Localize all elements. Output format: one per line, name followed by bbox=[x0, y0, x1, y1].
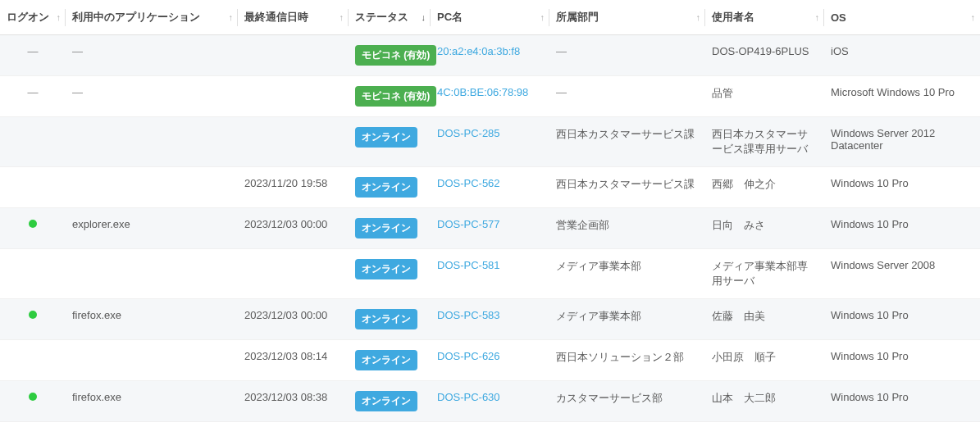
col-label: 利用中のアプリケーション bbox=[72, 11, 200, 23]
cell-app: firefox.exe bbox=[66, 381, 238, 422]
col-label: 所属部門 bbox=[556, 11, 599, 23]
pc-name-link[interactable]: DOS-PC-581 bbox=[437, 259, 500, 271]
pc-name-link[interactable]: 20:a2:e4:0a:3b:f8 bbox=[437, 45, 520, 57]
col-label: 最終通信日時 bbox=[244, 11, 308, 23]
cell-pc-name: 20:a2:e4:0a:3b:f8 bbox=[431, 35, 549, 76]
cell-user: 西郷 伸之介 bbox=[705, 167, 824, 208]
col-header-last[interactable]: 最終通信日時 ↑ bbox=[238, 0, 349, 35]
user-value: 山本 大二郎 bbox=[712, 392, 776, 404]
col-header-dept[interactable]: 所属部門 ↑ bbox=[549, 0, 705, 35]
dash-icon: — bbox=[556, 45, 567, 57]
table-row: 2023/11/20 19:58オンラインDOS-PC-562西日本カスタマーサ… bbox=[0, 167, 980, 208]
col-label: PC名 bbox=[437, 11, 463, 23]
pc-name-link[interactable]: DOS-PC-630 bbox=[437, 391, 500, 403]
cell-os: Windows 10 Pro bbox=[824, 422, 980, 428]
last-comm-value: 2023/11/20 19:58 bbox=[244, 177, 327, 189]
cell-user: 日向 みさ bbox=[705, 208, 824, 249]
cell-pc-name: DOS-PC-583 bbox=[431, 299, 549, 340]
status-badge-online: オンライン bbox=[355, 177, 417, 198]
col-header-os[interactable]: OS ↑ bbox=[824, 0, 980, 35]
cell-os: iOS bbox=[824, 35, 980, 76]
app-name: firefox.exe bbox=[72, 391, 121, 403]
cell-status: オンライン bbox=[349, 167, 431, 208]
cell-department: カスタマーサービス部 bbox=[549, 381, 705, 422]
table-row: explorer.exe2023/12/03 00:00オンラインDOS-PC-… bbox=[0, 208, 980, 249]
status-badge-online: オンライン bbox=[355, 350, 417, 370]
pc-name-link[interactable]: DOS-PC-285 bbox=[437, 127, 500, 139]
col-header-app[interactable]: 利用中のアプリケーション ↑ bbox=[66, 0, 238, 35]
pc-name-link[interactable]: 4C:0B:BE:06:78:98 bbox=[437, 86, 528, 98]
table-row: 2023/12/03 08:14オンラインDOS-PC-626西日本ソリューショ… bbox=[0, 340, 980, 381]
cell-status: オンライン bbox=[349, 249, 431, 299]
department-value: カスタマーサービス部 bbox=[556, 392, 663, 404]
col-label: ログオン bbox=[7, 11, 49, 23]
cell-app: — bbox=[66, 76, 238, 117]
col-header-pc[interactable]: PC名 ↑ bbox=[431, 0, 549, 35]
dash-icon: — bbox=[556, 86, 567, 98]
pc-name-link[interactable]: DOS-PC-577 bbox=[437, 218, 500, 230]
cell-user: 西日本カスタマーサービス課専用サーバ bbox=[705, 117, 824, 167]
department-value: 営業企画部 bbox=[556, 219, 609, 231]
cell-last-comm: 2023/12/03 00:00 bbox=[238, 422, 349, 428]
dash-icon: — bbox=[28, 86, 39, 98]
cell-pc-name: DOS-PC-626 bbox=[431, 340, 549, 381]
cell-logon: — bbox=[0, 76, 66, 117]
col-label: OS bbox=[831, 11, 846, 24]
cell-status: オンライン bbox=[349, 422, 431, 428]
department-value: 西日本カスタマーサービス課 bbox=[556, 178, 695, 190]
os-value: Windows 10 Pro bbox=[831, 350, 909, 362]
cell-app: explorer.exe bbox=[66, 208, 238, 249]
cell-logon bbox=[0, 299, 66, 340]
col-header-status[interactable]: ステータス ↓ bbox=[349, 0, 431, 35]
cell-logon bbox=[0, 381, 66, 422]
cell-app bbox=[66, 117, 238, 167]
table-row: オンラインDOS-PC-285西日本カスタマーサービス課西日本カスタマーサービス… bbox=[0, 117, 980, 167]
table-body: ——モビコネ (有効)20:a2:e4:0a:3b:f8—DOS-OP419-6… bbox=[0, 35, 980, 428]
cell-status: オンライン bbox=[349, 117, 431, 167]
status-badge-online: オンライン bbox=[355, 259, 417, 279]
user-value: 品管 bbox=[712, 87, 733, 99]
os-value: Microsoft Windows 10 Pro bbox=[831, 86, 955, 98]
online-dot-icon bbox=[29, 311, 37, 319]
cell-logon bbox=[0, 208, 66, 249]
col-header-user[interactable]: 使用者名 ↑ bbox=[705, 0, 824, 35]
pc-name-link[interactable]: DOS-PC-626 bbox=[437, 350, 500, 362]
col-header-logon[interactable]: ログオン ↑ bbox=[0, 0, 66, 35]
cell-last-comm: 2023/11/20 19:58 bbox=[238, 167, 349, 208]
os-value: Windows 10 Pro bbox=[831, 309, 909, 321]
cell-department: 西日本ソリューション２部 bbox=[549, 422, 705, 428]
os-value: Windows 10 Pro bbox=[831, 391, 909, 403]
cell-department: 営業企画部 bbox=[549, 208, 705, 249]
cell-os: Windows 10 Pro bbox=[824, 167, 980, 208]
os-value: Windows 10 Pro bbox=[831, 177, 909, 189]
cell-os: Windows Server 2008 bbox=[824, 249, 980, 299]
cell-last-comm bbox=[238, 117, 349, 167]
department-value: 西日本カスタマーサービス課 bbox=[556, 128, 695, 140]
last-comm-value: 2023/12/03 00:00 bbox=[244, 218, 327, 230]
cell-department: メディア事業本部 bbox=[549, 249, 705, 299]
os-value: Windows Server 2012 Datacenter bbox=[831, 127, 935, 152]
status-badge-online: オンライン bbox=[355, 391, 417, 411]
cell-user: 山本 大二郎 bbox=[705, 381, 824, 422]
cell-pc-name: DOS-PC-285 bbox=[431, 117, 549, 167]
department-value: メディア事業本部 bbox=[556, 310, 641, 322]
cell-app: — bbox=[66, 35, 238, 76]
status-badge-mobicone: モビコネ (有効) bbox=[355, 86, 436, 107]
cell-logon bbox=[0, 340, 66, 381]
sort-arrow-down-icon: ↓ bbox=[422, 12, 426, 22]
cell-os: Windows Server 2012 Datacenter bbox=[824, 117, 980, 167]
cell-logon: — bbox=[0, 35, 66, 76]
os-value: Windows Server 2008 bbox=[831, 259, 935, 271]
cell-pc-name: DOS-PC-686 bbox=[431, 422, 549, 428]
pc-name-link[interactable]: DOS-PC-562 bbox=[437, 177, 500, 189]
cell-os: Windows 10 Pro bbox=[824, 381, 980, 422]
pc-name-link[interactable]: DOS-PC-583 bbox=[437, 309, 500, 321]
header-row: ログオン ↑ 利用中のアプリケーション ↑ 最終通信日時 ↑ ステータス ↓ P… bbox=[0, 0, 980, 35]
table-row: firefox.exe2023/12/03 08:38オンラインDOS-PC-6… bbox=[0, 381, 980, 422]
cell-department: 西日本カスタマーサービス課 bbox=[549, 167, 705, 208]
dash-icon: — bbox=[72, 45, 83, 57]
user-value: 西日本カスタマーサービス課専用サーバ bbox=[712, 128, 808, 155]
cell-logon bbox=[0, 249, 66, 299]
cell-user: 佐藤 由美 bbox=[705, 299, 824, 340]
cell-status: オンライン bbox=[349, 340, 431, 381]
